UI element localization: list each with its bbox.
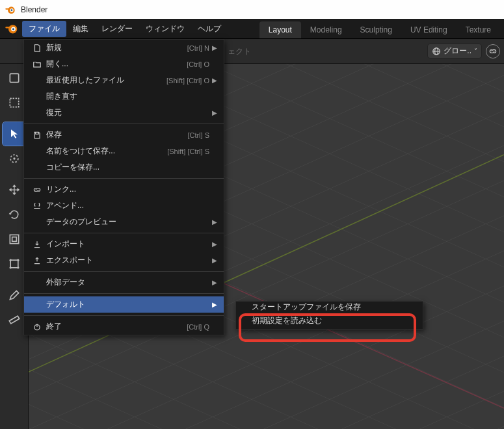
menu-separator	[24, 233, 224, 233]
globe-icon	[432, 47, 441, 56]
orientation-label: グロー..	[444, 46, 471, 57]
submenu-save-startup[interactable]: スタートアップファイルを保存	[236, 302, 423, 313]
link-icon	[488, 47, 497, 56]
menu-link[interactable]: リンク...	[24, 181, 224, 198]
menu-render[interactable]: レンダー	[95, 21, 139, 37]
file-menu-dropdown: 新規 [Ctrl] N ▶ 開く... [Ctrl] O 最近使用したファイル …	[23, 39, 224, 335]
menu-separator	[24, 315, 224, 316]
tool-select-box[interactable]	[3, 91, 26, 114]
window-title: Blender	[21, 5, 47, 14]
export-icon	[31, 256, 44, 265]
submenu-arrow-icon: ▶	[209, 109, 217, 116]
chevron-down-icon: ˅	[474, 47, 477, 55]
menu-new[interactable]: 新規 [Ctrl] N ▶	[24, 40, 224, 56]
title-bar: Blender	[0, 0, 504, 19]
submenu-arrow-icon: ▶	[209, 301, 217, 308]
svg-rect-14	[10, 98, 18, 107]
submenu-arrow-icon: ▶	[209, 240, 217, 248]
svg-point-16	[13, 157, 15, 159]
tool-annotate[interactable]	[3, 283, 26, 307]
tool-move[interactable]	[3, 178, 26, 202]
menu-bar: ファイル 編集 レンダー ウィンドウ ヘルプ Layout Modeling S…	[0, 19, 504, 39]
tab-layout[interactable]: Layout	[259, 21, 301, 38]
tool-rotate[interactable]	[3, 203, 26, 226]
menu-defaults[interactable]: デフォルト ▶	[24, 296, 224, 313]
tool-measure[interactable]	[3, 308, 26, 332]
submenu-load-factory[interactable]: 初期設定を読み込む	[236, 313, 423, 329]
import-icon	[31, 240, 44, 249]
file-new-icon	[31, 44, 44, 53]
power-icon	[31, 322, 44, 332]
svg-point-22	[9, 266, 11, 268]
tool-cursor-3d[interactable]	[3, 147, 26, 170]
menu-separator	[24, 271, 224, 272]
append-icon	[31, 202, 44, 211]
menu-save[interactable]: 保存 [Ctrl] S	[24, 127, 224, 143]
svg-point-20	[9, 259, 11, 261]
tab-modeling[interactable]: Modeling	[301, 21, 351, 38]
menu-import[interactable]: インポート ▶	[24, 236, 224, 252]
snap-toggle[interactable]	[486, 44, 500, 58]
menu-export[interactable]: エクスポート ▶	[24, 252, 224, 268]
blender-logo-small-icon[interactable]	[5, 22, 18, 35]
svg-rect-18	[12, 237, 16, 242]
tool-select[interactable]	[3, 122, 26, 146]
svg-point-21	[17, 259, 19, 261]
submenu-arrow-icon: ▶	[209, 257, 217, 264]
menu-file[interactable]: ファイル	[22, 21, 66, 37]
menu-help[interactable]: ヘルプ	[191, 21, 228, 37]
svg-rect-24	[9, 316, 19, 324]
menu-preview[interactable]: データのプレビュー ▶	[24, 214, 224, 230]
svg-point-2	[11, 9, 13, 11]
submenu-arrow-icon: ▶	[209, 279, 217, 286]
menu-separator	[24, 293, 224, 294]
menu-quit[interactable]: 終了 [Ctrl] Q	[24, 318, 224, 335]
menu-external[interactable]: 外部データ ▶	[24, 274, 224, 291]
tab-texture[interactable]: Texture	[457, 21, 500, 38]
menu-reopen[interactable]: 開き直す	[24, 88, 224, 105]
link-icon	[31, 185, 44, 194]
submenu-arrow-icon: ▶	[209, 77, 217, 84]
menu-window[interactable]: ウィンドウ	[139, 21, 191, 37]
svg-point-23	[17, 266, 19, 268]
menu-open[interactable]: 開く... [Ctrl] O	[24, 56, 224, 72]
svg-point-5	[12, 28, 14, 30]
tab-uv[interactable]: UV Editing	[401, 21, 457, 38]
menu-saveas[interactable]: 名前をつけて保存... [Shift] [Ctrl] S	[24, 143, 224, 159]
menu-append[interactable]: アペンド...	[24, 198, 224, 214]
blender-logo-icon	[5, 5, 16, 15]
menu-revert[interactable]: 復元 ▶	[24, 105, 224, 121]
menu-recent[interactable]: 最近使用したファイル [Shift] [Ctrl] O ▶	[24, 72, 224, 88]
folder-open-icon	[31, 60, 44, 69]
svg-rect-19	[10, 260, 18, 268]
tool-transform[interactable]	[3, 252, 26, 276]
tool-cursor[interactable]	[3, 66, 26, 90]
menu-savecopy[interactable]: コピーを保存...	[24, 159, 224, 176]
svg-rect-17	[10, 235, 18, 243]
workspace-tabs: Layout Modeling Sculpting UV Editing Tex…	[259, 19, 500, 38]
tool-scale[interactable]	[3, 228, 26, 251]
mode-fragment: ェクト	[228, 46, 251, 57]
menu-edit[interactable]: 編集	[66, 21, 95, 37]
tab-sculpting[interactable]: Sculpting	[351, 21, 401, 38]
menu-separator	[24, 178, 224, 179]
defaults-submenu: スタートアップファイルを保存 初期設定を読み込む	[235, 301, 423, 330]
save-icon	[31, 131, 44, 140]
menu-separator	[24, 124, 224, 124]
submenu-arrow-icon: ▶	[209, 218, 217, 226]
orientation-dropdown[interactable]: グロー.. ˅	[427, 44, 482, 58]
svg-rect-13	[10, 73, 18, 82]
submenu-arrow-icon: ▶	[209, 44, 217, 51]
